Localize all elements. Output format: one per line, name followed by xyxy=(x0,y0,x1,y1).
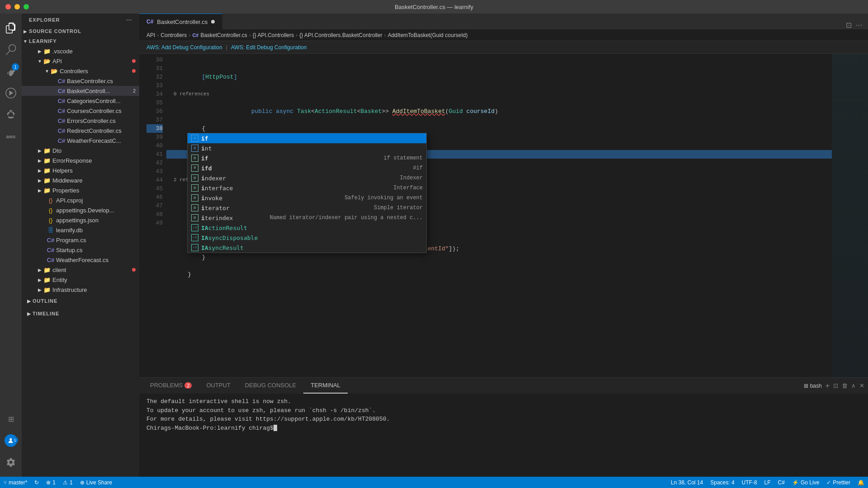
source-control-icon[interactable]: 1 xyxy=(0,61,22,82)
breadcrumb-method[interactable]: AddItemToBasket(Guid courseId) xyxy=(388,32,468,38)
tree-item-weatherforecastcs[interactable]: C# WeatherForecast.cs xyxy=(22,255,139,265)
tree-item-api[interactable]: ▼ 📂 API xyxy=(22,56,139,66)
tree-item-infrastructure[interactable]: ▶ 📁 Infrastructure xyxy=(22,285,139,295)
ac-item-iterator[interactable]: ≡ iterator Simple iterator xyxy=(188,203,426,213)
split-editor-icon[interactable]: ⊡ xyxy=(846,21,852,29)
remote-icon[interactable]: ⊞ xyxy=(0,408,22,430)
tree-item-entity[interactable]: ▶ 📁 Entity xyxy=(22,275,139,285)
ac-item-int[interactable]: ≡ int xyxy=(188,143,426,153)
properties-label: Properties xyxy=(52,187,139,194)
aws-separator: | xyxy=(226,44,227,51)
tree-item-vscode[interactable]: ▶ 📁 .vscode xyxy=(22,46,139,56)
tree-item-coursescontroller[interactable]: C# CoursesController.cs xyxy=(22,106,139,116)
breadcrumb-class[interactable]: {} API.Controllers.BasketController xyxy=(299,32,382,38)
status-liveshare[interactable]: ⊕ Live Share xyxy=(76,477,116,488)
tree-item-errorresponse[interactable]: ▶ 📁 ErrorResponse xyxy=(22,155,139,165)
tree-item-properties[interactable]: ▶ 📁 Properties xyxy=(22,185,139,195)
cs-icon-errors: C# xyxy=(58,117,65,124)
breadcrumb-api[interactable]: API xyxy=(146,32,155,38)
ac-item-iasyncdisposable[interactable]: ·○ IAsyncDisposable xyxy=(188,233,426,243)
status-sync[interactable]: ↻ xyxy=(31,477,42,488)
learnify-root[interactable]: ▼ LEARNIFY xyxy=(22,36,139,46)
tab-output[interactable]: OUTPUT xyxy=(199,378,237,394)
timeline-section-header[interactable]: ▶ TIMELINE xyxy=(22,307,139,320)
tree-item-basketcontroller[interactable]: C# BasketControll... 2 xyxy=(22,86,139,96)
warning-count: 1 xyxy=(70,479,73,486)
aws-icon[interactable]: aws xyxy=(0,126,22,147)
vscode-arrow: ▶ xyxy=(36,47,43,55)
status-branch[interactable]: ⑂ master* xyxy=(0,477,31,488)
ac-item-interface[interactable]: ≡ interface Interface xyxy=(188,183,426,193)
terminal-content[interactable]: The default interactive shell is now zsh… xyxy=(139,394,868,477)
sidebar-more-button[interactable]: ··· xyxy=(127,17,132,23)
tree-item-appsettings[interactable]: {} appsettings.json xyxy=(22,215,139,225)
learnify-label: LEARNIFY xyxy=(29,38,139,44)
tree-item-client[interactable]: ▶ 📁 client xyxy=(22,265,139,275)
code-editor[interactable]: [HttpPost] 0 references public async Tas… xyxy=(166,54,832,377)
tree-item-helpers[interactable]: ▶ 📁 Helpers xyxy=(22,165,139,175)
tab-basketcontroller[interactable]: C# BasketController.cs xyxy=(139,14,222,29)
tree-item-controllers[interactable]: ▼ 📂 Controllers xyxy=(22,66,139,76)
breadcrumb-namespace[interactable]: {} API.Controllers xyxy=(253,32,294,38)
trash-terminal-button[interactable]: 🗑 xyxy=(842,382,848,389)
status-notifications[interactable]: 🔔 xyxy=(854,477,868,488)
tab-problems[interactable]: PROBLEMS 2 xyxy=(143,378,199,394)
tree-item-errorscontroller[interactable]: C# ErrorsController.cs xyxy=(22,116,139,126)
source-control-section[interactable]: ▶ SOURCE CONTROL xyxy=(22,26,139,36)
errorresponse-folder-icon: 📁 xyxy=(43,157,51,164)
ac-detail-indexer: Indexer xyxy=(400,174,423,183)
tab-terminal[interactable]: TERMINAL xyxy=(303,378,348,394)
ac-item-if-snippet[interactable]: ≡ if if statement xyxy=(188,153,426,163)
more-editor-icon[interactable]: ⋯ xyxy=(855,21,863,29)
ac-item-iasyncresult[interactable]: ·○ IAsyncResult xyxy=(188,243,426,253)
tree-item-weatherforecast[interactable]: C# WeatherForecastC... xyxy=(22,136,139,145)
status-errors[interactable]: ⊗ 1 xyxy=(42,477,59,488)
aws-add-debug[interactable]: AWS: Add Debug Configuration xyxy=(146,44,222,51)
ac-item-indexer[interactable]: ≡ indexer Indexer xyxy=(188,173,426,183)
outline-section-header[interactable]: ▶ OUTLINE xyxy=(22,295,139,307)
tree-item-appsettings-dev[interactable]: {} appsettings.Develop... xyxy=(22,205,139,215)
close-panel-button[interactable]: ✕ xyxy=(859,382,864,389)
files-icon[interactable] xyxy=(0,17,22,39)
status-encoding[interactable]: UTF-8 xyxy=(738,477,761,488)
status-eol[interactable]: LF xyxy=(761,477,774,488)
tab-debug-console[interactable]: DEBUG CONSOLE xyxy=(238,378,303,394)
tree-item-learnifydb[interactable]: 🗄 learnify.db xyxy=(22,225,139,235)
tree-item-program[interactable]: C# Program.cs xyxy=(22,235,139,245)
ac-item-iterindex[interactable]: ≡ iterindex Named iterator/indexer pair … xyxy=(188,213,426,223)
window-controls[interactable] xyxy=(5,4,29,9)
status-warnings[interactable]: ⚠ 1 xyxy=(59,477,76,488)
run-icon[interactable] xyxy=(0,82,22,104)
minimize-button[interactable] xyxy=(14,4,20,9)
tree-item-basecontroller[interactable]: C# BaseController.cs xyxy=(22,76,139,86)
close-button[interactable] xyxy=(5,4,11,9)
ac-item-ifd[interactable]: # ifd #if xyxy=(188,163,426,173)
tree-item-categoriescontroller[interactable]: C# CategoriesControll... xyxy=(22,96,139,106)
ac-item-invoke[interactable]: ≡ invoke Safely invoking an event xyxy=(188,193,426,203)
breadcrumb-controllers[interactable]: Controllers xyxy=(160,32,187,38)
ac-item-if-kw[interactable]: ≡ if xyxy=(188,133,426,143)
aws-edit-debug[interactable]: AWS: Edit Debug Configuration xyxy=(231,44,307,51)
ac-item-iactionresult[interactable]: ·○ IActionResult xyxy=(188,223,426,233)
split-terminal-button[interactable]: ⊡ xyxy=(833,382,838,389)
search-icon[interactable] xyxy=(0,39,22,61)
extensions-icon[interactable] xyxy=(0,104,22,126)
tree-item-middleware[interactable]: ▶ 📁 Middleware xyxy=(22,175,139,185)
avatar[interactable]: 1 xyxy=(5,434,17,447)
settings-icon[interactable] xyxy=(0,451,22,473)
account-icon[interactable]: 1 xyxy=(0,430,22,451)
status-language[interactable]: C# xyxy=(774,477,788,488)
add-terminal-button[interactable]: + xyxy=(826,382,830,390)
maximize-panel-button[interactable]: ∧ xyxy=(851,382,856,389)
maximize-button[interactable] xyxy=(24,4,29,9)
tree-item-redirectcontroller[interactable]: C# RedirectController.cs xyxy=(22,126,139,136)
tree-item-startup[interactable]: C# Startup.cs xyxy=(22,245,139,255)
window-title: BasketController.cs — learnify xyxy=(395,4,473,10)
status-prettier[interactable]: ✓ Prettier xyxy=(823,477,854,488)
status-golive[interactable]: ⚡ Go Live xyxy=(788,477,823,488)
status-position[interactable]: Ln 38, Col 14 xyxy=(667,477,707,488)
status-spaces[interactable]: Spaces: 4 xyxy=(707,477,738,488)
tree-item-dto[interactable]: ▶ 📁 Dto xyxy=(22,145,139,155)
breadcrumb-file[interactable]: BasketController.cs xyxy=(200,32,247,38)
tree-item-apicsproj[interactable]: {} API.csproj xyxy=(22,195,139,205)
